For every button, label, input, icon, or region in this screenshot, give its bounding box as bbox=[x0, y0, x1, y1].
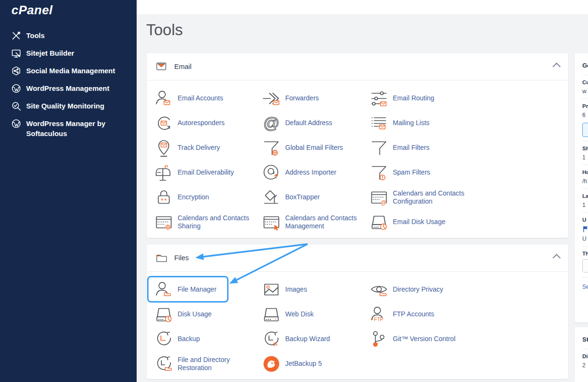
tool-item-address-importer[interactable]: Address Importer bbox=[262, 160, 369, 185]
tool-item-images[interactable]: Images bbox=[262, 277, 369, 302]
tool-item-label[interactable]: Encryption bbox=[178, 193, 209, 202]
tool-item-label[interactable]: Default Address bbox=[285, 119, 332, 127]
sidebar-item-label: WordPress Management bbox=[26, 83, 110, 93]
tool-item-label[interactable]: Email Accounts bbox=[178, 94, 223, 103]
tool-item-jetbackup-5[interactable]: JetBackup 5 bbox=[262, 352, 369, 376]
sidebar-item-site-quality-monitoring[interactable]: Site Quality Monitoring bbox=[0, 97, 137, 115]
tool-item-default-address[interactable]: @Default Address bbox=[262, 111, 369, 136]
tool-item-disk-usage[interactable]: Disk Usage bbox=[154, 302, 262, 327]
tool-item-spam-filters[interactable]: Spam Filters bbox=[369, 160, 560, 185]
tool-item-ftp-accounts[interactable]: FTPFTP Accounts bbox=[369, 302, 560, 327]
sidebar-item-tools[interactable]: Tools bbox=[0, 27, 137, 44]
sidebar-item-social-media-management[interactable]: Social Media Management bbox=[0, 62, 137, 79]
sidebar: cPanel ToolsSitejet BuilderSocial Media … bbox=[0, 0, 137, 382]
info-label: Primary Domain bbox=[582, 103, 588, 109]
default-address-icon: @ bbox=[262, 114, 281, 133]
tool-item-label[interactable]: Global Email Filters bbox=[285, 144, 343, 152]
sidebar-item-label: Site Quality Monitoring bbox=[26, 101, 104, 111]
sidebar-item-wordpress-manager-by-softaculous[interactable]: WordPress Manager by Softaculous bbox=[0, 115, 137, 142]
social-icon bbox=[11, 66, 21, 76]
tool-item-calendars-and-contacts-sharing[interactable]: Calendars and Contacts Sharing bbox=[154, 210, 262, 235]
tool-item-label[interactable]: Calendars and Contacts Configuration bbox=[393, 189, 473, 206]
tool-item-email-deliverability[interactable]: Email Deliverability bbox=[154, 160, 262, 185]
email-section-header[interactable]: Email bbox=[147, 53, 568, 80]
tool-item-git-version-control[interactable]: Git™ Version Control bbox=[369, 327, 560, 352]
tool-item-label[interactable]: Git™ Version Control bbox=[393, 335, 456, 343]
tool-item-backup[interactable]: Backup bbox=[154, 327, 262, 352]
backup-wizard-icon bbox=[262, 330, 281, 349]
tool-item-label[interactable]: Calendars and Contacts Management bbox=[285, 214, 365, 231]
sitejet-icon bbox=[11, 49, 21, 58]
tool-item-label[interactable]: File and Directory Restoration bbox=[178, 356, 258, 372]
tool-item-label[interactable]: Spam Filters bbox=[393, 168, 430, 177]
tool-item-forwarders[interactable]: Forwarders bbox=[262, 86, 369, 111]
tool-item-label[interactable]: JetBackup 5 bbox=[285, 360, 322, 368]
jetbackup-icon bbox=[262, 354, 281, 373]
tool-item-label[interactable]: File Manager bbox=[178, 285, 217, 294]
chevron-up-icon[interactable] bbox=[553, 254, 561, 262]
tool-item-email-accounts[interactable]: Email Accounts bbox=[154, 86, 262, 111]
tool-item-label[interactable]: Email Filters bbox=[393, 144, 429, 152]
files-items-grid: File ManagerImagesDirectory PrivacyDisk … bbox=[147, 272, 568, 376]
address-importer-icon bbox=[262, 163, 281, 182]
email-section-card: Email Email AccountsForwardersEmail Rout… bbox=[147, 53, 568, 238]
tool-item-calendars-and-contacts-management[interactable]: Calendars and Contacts Management bbox=[262, 210, 369, 235]
info-row-home-directory: Home Directory/h bbox=[582, 165, 588, 188]
svg-text:FTP: FTP bbox=[374, 316, 384, 322]
tools-icon bbox=[11, 31, 21, 40]
info-row-disk-usage: Disk Usage2 bbox=[582, 349, 588, 372]
sidebar-item-sitejet-builder[interactable]: Sitejet Builder bbox=[0, 44, 137, 62]
tool-item-label[interactable]: FTP Accounts bbox=[393, 310, 434, 319]
section-title: Files bbox=[174, 254, 189, 262]
tool-item-label[interactable]: Directory Privacy bbox=[393, 285, 443, 294]
tool-item-file-and-directory-restoration[interactable]: File and Directory Restoration bbox=[154, 352, 262, 376]
tool-item-boxtrapper[interactable]: BoxTrapper bbox=[262, 185, 369, 210]
tool-item-mailing-lists[interactable]: Mailing Lists bbox=[369, 111, 560, 136]
tool-item-label[interactable]: Email Disk Usage bbox=[393, 218, 445, 226]
server-information-link[interactable]: Server Information bbox=[582, 277, 588, 290]
primary-domain-action-button[interactable] bbox=[582, 123, 588, 137]
tool-item-global-email-filters[interactable]: Global Email Filters bbox=[262, 136, 369, 160]
tool-item-label[interactable]: Images bbox=[285, 285, 307, 294]
svg-text:@: @ bbox=[380, 199, 386, 206]
tool-item-label[interactable]: Disk Usage bbox=[178, 310, 212, 319]
global-email-filters-icon bbox=[262, 138, 281, 157]
track-delivery-icon bbox=[154, 138, 173, 157]
tool-item-email-filters[interactable]: Email Filters bbox=[369, 136, 560, 160]
tool-item-label[interactable]: Backup Wizard bbox=[285, 335, 330, 343]
tool-item-backup-wizard[interactable]: Backup Wizard bbox=[262, 327, 369, 352]
boxtrapper-icon bbox=[262, 188, 281, 207]
tool-item-label[interactable]: Forwarders bbox=[285, 94, 319, 103]
info-row-u: UU bbox=[582, 212, 588, 246]
tool-item-web-disk[interactable]: Web Disk bbox=[262, 302, 369, 327]
tool-item-label[interactable]: Email Deliverability bbox=[178, 168, 234, 177]
tool-item-track-delivery[interactable]: Track Delivery bbox=[154, 136, 262, 160]
wordpress-icon bbox=[11, 84, 21, 93]
tool-item-directory-privacy[interactable]: Directory Privacy bbox=[369, 277, 560, 302]
chevron-up-icon[interactable] bbox=[553, 63, 561, 71]
tool-item-autoresponders[interactable]: Autoresponders bbox=[154, 111, 262, 136]
tool-item-label[interactable]: Track Delivery bbox=[178, 144, 220, 152]
tool-item-email-disk-usage[interactable]: Email Disk Usage bbox=[369, 210, 560, 235]
page-title: Tools bbox=[146, 21, 183, 39]
tool-item-label[interactable]: BoxTrapper bbox=[285, 193, 320, 202]
site-quality-icon bbox=[11, 101, 21, 111]
tool-item-encryption[interactable]: Encryption bbox=[154, 185, 262, 210]
theme-select[interactable] bbox=[582, 259, 588, 273]
tool-item-file-manager[interactable]: File Manager bbox=[154, 277, 262, 302]
info-value: 6 bbox=[582, 112, 588, 118]
files-section-header[interactable]: Files bbox=[147, 245, 568, 272]
tool-item-label[interactable]: Autoresponders bbox=[178, 119, 225, 127]
tool-item-calendars-and-contacts-configuration[interactable]: @Calendars and Contacts Configuration bbox=[369, 185, 560, 210]
sidebar-item-wordpress-management[interactable]: WordPress Management bbox=[0, 79, 137, 97]
tool-item-label[interactable]: Email Routing bbox=[393, 94, 434, 103]
tool-item-label[interactable]: Address Importer bbox=[285, 168, 336, 177]
tool-item-email-routing[interactable]: Email Routing bbox=[369, 86, 560, 111]
info-label: Last Login IP Address bbox=[582, 193, 588, 199]
tool-item-label[interactable]: Mailing Lists bbox=[393, 119, 429, 127]
email-filters-icon bbox=[369, 138, 389, 157]
tool-item-label[interactable]: Calendars and Contacts Sharing bbox=[178, 214, 258, 231]
directory-privacy-icon bbox=[369, 280, 389, 299]
tool-item-label[interactable]: Backup bbox=[178, 335, 200, 343]
tool-item-label[interactable]: Web Disk bbox=[285, 310, 314, 319]
